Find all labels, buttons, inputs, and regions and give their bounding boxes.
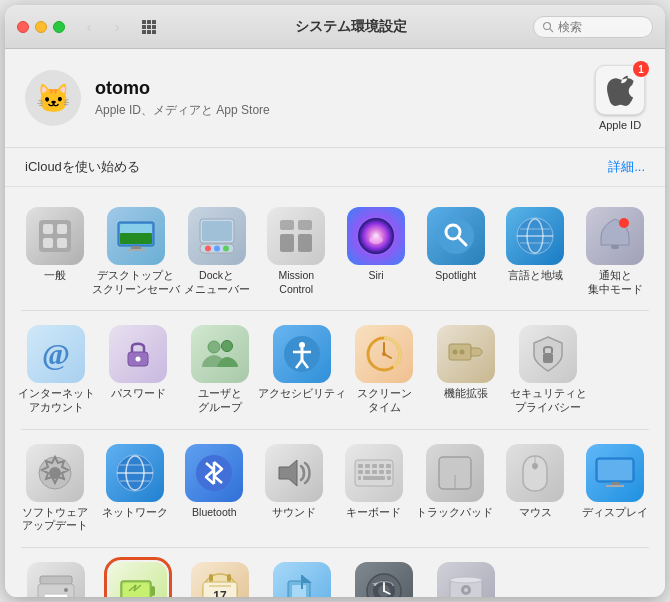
- icon-label-trackpad: トラックパッド: [416, 506, 493, 520]
- svg-rect-15: [57, 238, 67, 248]
- icon-box-bluetooth: [185, 444, 243, 502]
- icon-box-timemachine: [355, 562, 413, 597]
- svg-point-45: [136, 357, 141, 362]
- icon-box-mouse: [506, 444, 564, 502]
- icon-label-display: ディスプレイ: [582, 506, 648, 520]
- icon-item-datetime[interactable]: 17 日付と時刻: [179, 556, 261, 597]
- icon-item-spotlight[interactable]: Spotlight: [416, 201, 496, 302]
- search-input[interactable]: [558, 20, 638, 34]
- icon-item-display[interactable]: ディスプレイ: [575, 438, 655, 539]
- maximize-button[interactable]: [53, 21, 65, 33]
- icon-label-dock: Dockと メニューバー: [184, 269, 250, 296]
- search-box[interactable]: [533, 16, 653, 38]
- svg-rect-18: [120, 233, 152, 244]
- sharing-icon: [284, 573, 320, 597]
- svg-rect-108: [209, 574, 213, 582]
- svg-text:17: 17: [213, 589, 227, 597]
- startdisk-icon: [447, 572, 485, 597]
- icon-item-battery[interactable]: 👆バッテリー: [97, 556, 179, 597]
- display-icon: [595, 457, 635, 489]
- icon-label-users: ユーザと グループ: [198, 387, 242, 414]
- icon-label-siri: Siri: [368, 269, 383, 283]
- back-button[interactable]: ‹: [77, 17, 101, 37]
- svg-rect-14: [57, 224, 67, 234]
- icon-item-general[interactable]: 一般: [15, 201, 95, 302]
- icon-item-printer[interactable]: プリンタと スキャナ: [15, 556, 97, 597]
- svg-point-46: [208, 341, 220, 353]
- icon-label-sound: サウンド: [272, 506, 316, 520]
- svg-rect-22: [202, 221, 232, 241]
- svg-rect-102: [151, 586, 155, 596]
- icon-label-network: ネットワーク: [102, 506, 168, 520]
- svg-rect-94: [606, 485, 624, 487]
- svg-rect-4: [147, 25, 151, 29]
- icon-box-dock: [188, 207, 246, 265]
- icon-item-timemachine[interactable]: Time Machine: [343, 556, 425, 597]
- minimize-button[interactable]: [35, 21, 47, 33]
- icon-item-keyboard[interactable]: キーボード: [334, 438, 414, 539]
- icon-box-network: [106, 444, 164, 502]
- svg-rect-97: [44, 594, 68, 597]
- forward-button[interactable]: ›: [105, 17, 129, 37]
- icon-item-internet[interactable]: @インターネット アカウント: [15, 319, 97, 420]
- icon-label-password: パスワード: [111, 387, 166, 401]
- apple-id-button[interactable]: 1 Apple ID: [595, 65, 645, 131]
- icon-item-mouse[interactable]: マウス: [496, 438, 576, 539]
- software-icon: [36, 454, 74, 492]
- icon-item-bluetooth[interactable]: Bluetooth: [174, 438, 254, 539]
- icon-box-general: [26, 207, 84, 265]
- icon-box-security: [519, 325, 577, 383]
- icon-item-dock[interactable]: Dockと メニューバー: [177, 201, 257, 302]
- icon-item-users[interactable]: ユーザと グループ: [179, 319, 261, 420]
- icon-item-extensions[interactable]: 機能拡張: [425, 319, 507, 420]
- icon-box-password: [109, 325, 167, 383]
- svg-point-58: [382, 352, 386, 356]
- icon-row-3: プリンタと スキャナ 👆バッテリー 17 日付と時刻 共有: [5, 552, 665, 597]
- icon-item-password[interactable]: パスワード: [97, 319, 179, 420]
- svg-rect-109: [227, 574, 231, 582]
- icon-label-bluetooth: Bluetooth: [192, 506, 236, 520]
- icon-item-screentime[interactable]: スクリーン タイム: [343, 319, 425, 420]
- icon-label-internet: インターネット アカウント: [18, 387, 95, 414]
- icon-item-security[interactable]: セキュリティと プライバシー: [507, 319, 589, 420]
- battery-icon: [120, 576, 156, 597]
- screentime-icon: [366, 336, 402, 372]
- icon-item-language[interactable]: 言語と地域: [496, 201, 576, 302]
- icon-box-display: [586, 444, 644, 502]
- icloud-link[interactable]: 詳細...: [608, 158, 645, 176]
- svg-rect-79: [358, 470, 363, 474]
- icon-item-sound[interactable]: サウンド: [254, 438, 334, 539]
- icon-label-software: ソフトウェア アップデート: [22, 506, 88, 533]
- svg-rect-80: [365, 470, 370, 474]
- svg-rect-92: [598, 460, 632, 480]
- icon-item-notification[interactable]: 通知と 集中モード: [575, 201, 655, 302]
- icon-item-accessibility[interactable]: アクセシビリティ: [261, 319, 343, 420]
- icon-item-software[interactable]: ソフトウェア アップデート: [15, 438, 95, 539]
- icon-item-mission[interactable]: Mission Control: [256, 201, 336, 302]
- svg-rect-13: [43, 238, 53, 248]
- security-icon: [531, 335, 565, 373]
- svg-rect-3: [142, 25, 146, 29]
- svg-rect-29: [280, 234, 294, 252]
- accessibility-icon: [283, 335, 321, 373]
- svg-point-47: [222, 341, 233, 352]
- svg-rect-0: [142, 20, 146, 24]
- svg-rect-84: [363, 476, 385, 480]
- icon-box-keyboard: [345, 444, 403, 502]
- icon-item-trackpad[interactable]: トラックパッド: [414, 438, 496, 539]
- close-button[interactable]: [17, 21, 29, 33]
- grid-view-button[interactable]: [137, 17, 161, 37]
- icon-item-network[interactable]: ネットワーク: [95, 438, 175, 539]
- content-area: 🐱 otomo Apple ID、メディアと App Store 1 Apple…: [5, 49, 665, 597]
- icon-box-mission: [267, 207, 325, 265]
- icon-item-sharing[interactable]: 共有: [261, 556, 343, 597]
- siri-icon: [357, 217, 395, 255]
- icon-label-general: 一般: [44, 269, 66, 283]
- svg-rect-78: [386, 464, 391, 468]
- icons-section: 一般 デスクトップと スクリーンセーバ Dockと メニューバー Mission…: [5, 187, 665, 597]
- svg-rect-81: [372, 470, 377, 474]
- icon-item-siri[interactable]: Siri: [336, 201, 416, 302]
- extensions-icon: [447, 336, 485, 372]
- icon-item-desktop[interactable]: デスクトップと スクリーンセーバ: [95, 201, 177, 302]
- icon-item-startdisk[interactable]: 起動ディスク: [425, 556, 507, 597]
